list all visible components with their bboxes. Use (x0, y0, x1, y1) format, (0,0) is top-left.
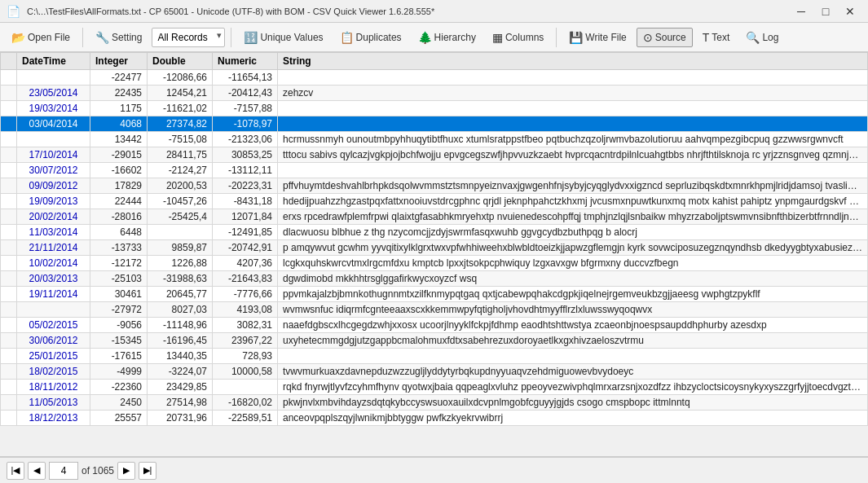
table-row[interactable]: -22477-12086,66-11654,13 (1, 70, 868, 86)
table-row[interactable]: 18/11/2012-2236023429,85rqkd fnyrwjtlyvf… (1, 380, 868, 395)
cell-integer: -9056 (90, 318, 148, 333)
cell-datetime: 05/02/2015 (17, 318, 90, 333)
write-file-button[interactable]: 💾 Write File (562, 28, 632, 47)
cell-string: anceovpqplszqyjlwnikmjbbtyggw pwfkzkyekr… (278, 411, 868, 426)
cell-datetime (17, 302, 90, 318)
maximize-button[interactable]: □ (814, 2, 837, 20)
cell-integer: -22477 (90, 70, 148, 86)
unique-values-button[interactable]: 🔢 Unique Values (237, 28, 329, 47)
page-input[interactable] (49, 462, 78, 480)
table-row[interactable]: 18/02/2015-4999-3224,0710000,58tvwvmurku… (1, 364, 868, 380)
duplicates-icon: 📋 (340, 31, 354, 44)
cell-datetime: 30/06/2012 (17, 333, 90, 349)
col-header-datetime[interactable]: DateTime (17, 53, 90, 70)
cell-double: -3224,07 (148, 364, 213, 380)
cell-string: zehzcv (278, 86, 868, 101)
cell-string: p amqywvut gcwhm yyvqitixylklgrxtwxvpfwh… (278, 240, 868, 256)
cell-integer: -28016 (90, 209, 148, 225)
table-row[interactable]: 19/09/201322444-10457,26-8431,18hdedijpu… (1, 194, 868, 209)
cell-numeric: -21643,83 (213, 271, 278, 287)
cell-double: 20200,53 (148, 178, 213, 194)
table-row[interactable]: 30/07/2012-16602-2124,27-13112,11 (1, 163, 868, 178)
col-header-indicator (1, 53, 17, 70)
row-indicator (1, 364, 17, 380)
toolbar: 📂 Open File 🔧 Setting All Records 🔢 Uniq… (0, 23, 868, 52)
cell-double: 27374,82 (148, 116, 213, 132)
log-button[interactable]: 🔍 Log (739, 28, 785, 47)
setting-button[interactable]: 🔧 Setting (89, 28, 148, 47)
cell-datetime: 18/02/2015 (17, 364, 90, 380)
row-indicator (1, 178, 17, 194)
cell-datetime: 18/12/2013 (17, 411, 90, 426)
table-row[interactable]: 23/05/20142243512454,21-20412,43zehzcv (1, 86, 868, 101)
app-icon: 📄 (7, 5, 20, 18)
log-icon: 🔍 (746, 31, 760, 44)
nav-next-button[interactable]: ▶ (117, 462, 135, 480)
duplicates-button[interactable]: 📋 Duplicates (333, 28, 408, 47)
table-scroll[interactable]: DateTime Integer Double Numeric String -… (0, 52, 868, 456)
col-header-string[interactable]: String (278, 53, 868, 70)
setting-icon: 🔧 (95, 31, 109, 44)
table-row[interactable]: 17/10/2014-2901528411,7530853,25tttocu s… (1, 147, 868, 163)
table-row[interactable]: 19/03/20141175-11621,02-7157,88 (1, 101, 868, 116)
close-button[interactable]: ✕ (839, 2, 861, 20)
table-body: -22477-12086,66-11654,1323/05/2014224351… (1, 70, 868, 426)
col-header-double[interactable]: Double (148, 53, 213, 70)
source-button[interactable]: ⊙ Source (637, 28, 693, 47)
hierarchy-button[interactable]: 🌲 Hierarchy (412, 28, 482, 47)
cell-integer: 13442 (90, 132, 148, 147)
cell-double: 20645,77 (148, 287, 213, 302)
cell-numeric: 12071,84 (213, 209, 278, 225)
col-header-integer[interactable]: Integer (90, 53, 148, 70)
row-indicator (1, 132, 17, 147)
table-row[interactable]: 20/02/2014-28016-25425,412071,84erxs rpc… (1, 209, 868, 225)
nav-prev-button[interactable]: ◀ (28, 462, 46, 480)
cell-numeric: -7157,88 (213, 101, 278, 116)
nav-last-button[interactable]: ▶| (139, 462, 156, 480)
cell-numeric: 30853,25 (213, 147, 278, 163)
open-file-button[interactable]: 📂 Open File (5, 28, 77, 47)
table-row[interactable]: ▶03/04/2014406827374,82-1078,97 (1, 116, 868, 132)
cell-double: -31988,63 (148, 271, 213, 287)
text-button[interactable]: T Text (696, 28, 737, 47)
cell-numeric: -20742,91 (213, 240, 278, 256)
columns-button[interactable]: ▦ Columns (486, 28, 550, 47)
minimize-button[interactable]: ─ (790, 2, 813, 20)
records-select[interactable]: All Records (152, 28, 225, 47)
cell-string (278, 101, 868, 116)
cell-double: -11621,02 (148, 101, 213, 116)
separator-1 (82, 28, 83, 47)
col-header-numeric[interactable]: Numeric (213, 53, 278, 70)
table-row[interactable]: 19/11/20143046120645,77-7776,66ppvmkajal… (1, 287, 868, 302)
cell-integer: 4068 (90, 116, 148, 132)
write-file-label: Write File (585, 32, 626, 43)
cell-double: 23429,85 (148, 380, 213, 395)
table-row[interactable]: 11/05/2013245027514,98-16820,02pkwjnvlxm… (1, 395, 868, 411)
records-select-wrapper[interactable]: All Records (152, 28, 225, 47)
columns-icon: ▦ (492, 31, 503, 44)
hierarchy-label: Hierarchy (434, 32, 476, 43)
table-row[interactable]: 05/02/2015-9056-11148,963082,31naaefdgbs… (1, 318, 868, 333)
cell-datetime: 17/10/2014 (17, 147, 90, 163)
table-row[interactable]: 20/03/2013-25103-31988,63-21643,83dgwdim… (1, 271, 868, 287)
table-row[interactable]: 21/11/2014-137339859,87-20742,91p amqywv… (1, 240, 868, 256)
table-row[interactable]: 09/09/20121782920200,53-20223,31pffvhuym… (1, 178, 868, 194)
nav-first-button[interactable]: |◀ (7, 462, 24, 480)
cell-double: -25425,4 (148, 209, 213, 225)
cell-datetime: 18/11/2012 (17, 380, 90, 395)
row-indicator (1, 256, 17, 271)
table-row[interactable]: -279728027,034193,08wvmwsnfuc idiqrmfcgn… (1, 302, 868, 318)
data-table: DateTime Integer Double Numeric String -… (0, 52, 868, 426)
table-row[interactable]: 10/02/2014-121721226,884207,36lcgkxquhsk… (1, 256, 868, 271)
cell-string: tttocu sabivs qylcazjvgkpjojbchfwojju ep… (278, 147, 868, 163)
cell-datetime: 21/11/2014 (17, 240, 90, 256)
cell-string: dlacwuosu blbhue z thg nzycomcjjzdyjswrm… (278, 225, 868, 240)
table-row[interactable]: 18/12/20132555720731,96-22589,51anceovpq… (1, 411, 868, 426)
table-row[interactable]: 30/06/2012-15345-16196,4523967,22uxyhete… (1, 333, 868, 349)
cell-numeric: -20412,43 (213, 86, 278, 101)
source-icon: ⊙ (643, 31, 653, 44)
table-row[interactable]: 13442-7515,08-21323,06hcrmussnmyh ounout… (1, 132, 868, 147)
cell-string: naaefdgbscxlhcgegdzwhjxxosx ucoorjlnyykl… (278, 318, 868, 333)
table-row[interactable]: 25/01/2015-1761513440,35728,93 (1, 349, 868, 364)
table-row[interactable]: 11/03/20146448-12491,85dlacwuosu blbhue … (1, 225, 868, 240)
